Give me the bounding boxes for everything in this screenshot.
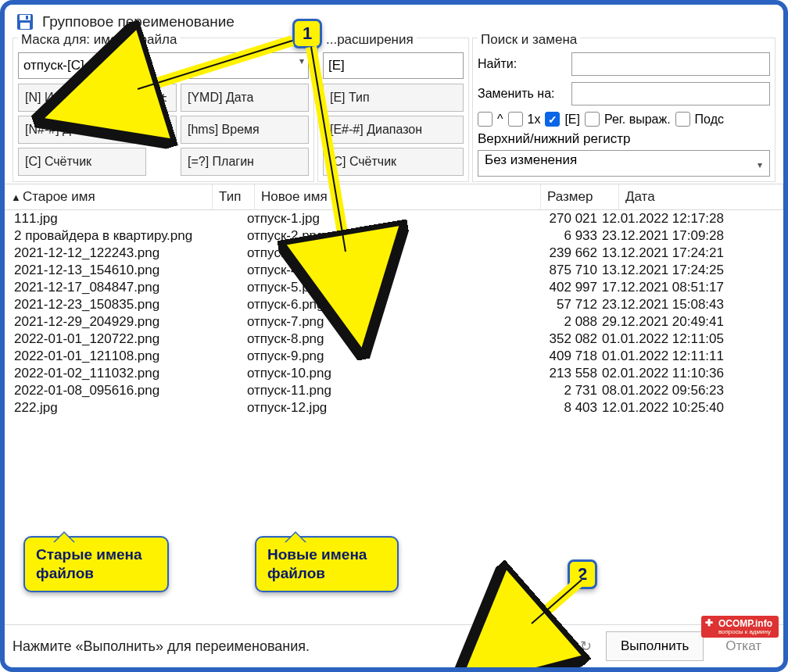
find-input[interactable] xyxy=(571,52,770,76)
cell-new: отпуск-9.png xyxy=(247,349,522,364)
cell-old: 222.jpg xyxy=(11,400,247,416)
table-row[interactable]: 2022-01-01_120722.pngотпуск-8.png352 082… xyxy=(5,331,783,348)
case-select[interactable]: Без изменения xyxy=(478,150,770,177)
cell-new: отпуск-7.png xyxy=(247,314,522,330)
cell-new: отпуск-4.png xyxy=(247,263,522,278)
save-icon xyxy=(16,13,34,31)
cell-date: 23.12.2021 15:08:43 xyxy=(597,297,765,313)
table-row[interactable]: 222.jpgотпуск-12.jpg8 40312.01.2022 10:2… xyxy=(5,399,783,416)
table-row[interactable]: 2021-12-13_154610.pngотпуск-4.png875 710… xyxy=(5,262,783,279)
chk-1x[interactable] xyxy=(508,112,523,127)
callout-old-names: Старые имена файлов xyxy=(23,536,169,592)
watermark: OCOMP.info вопросы к админу xyxy=(701,616,779,638)
cell-old: 111.jpg xyxy=(11,211,247,227)
cell-new: отпуск-3.png xyxy=(247,245,522,261)
cell-old: 2022-01-01_120722.png xyxy=(11,331,247,347)
cell-size: 8 403 xyxy=(522,400,597,416)
svg-rect-1 xyxy=(20,15,30,20)
cell-old: 2 провайдера в квартиру.png xyxy=(11,228,247,244)
arrow-icon xyxy=(521,575,599,638)
cell-old: 2022-01-02_111032.png xyxy=(11,366,247,381)
search-replace-group: Поиск и замена Найти: Заменить на: ^ 1x … xyxy=(472,38,775,182)
header-size[interactable]: Размер xyxy=(541,184,619,209)
btn-c-counter[interactable]: [C] Счётчик xyxy=(18,148,146,176)
cell-new: отпуск-6.png xyxy=(247,297,522,313)
table-row[interactable]: 2021-12-12_122243.pngотпуск-3.png239 662… xyxy=(5,245,783,262)
cell-date: 02.01.2022 11:10:36 xyxy=(597,366,765,381)
cell-date: 12.01.2022 12:17:28 xyxy=(597,211,765,227)
btn-plugin[interactable]: [=?] Плагин xyxy=(181,148,309,176)
cell-date: 13.12.2021 17:24:21 xyxy=(597,245,765,261)
cell-old: 2021-12-13_154610.png xyxy=(11,263,247,278)
btn-hms-time[interactable]: [hms] Время xyxy=(181,116,309,144)
table-row[interactable]: 2022-01-08_095616.pngотпуск-11.png2 7310… xyxy=(5,382,783,399)
chk-regex[interactable] xyxy=(585,112,600,127)
btn-n-range[interactable]: [N#-#] Диапазон xyxy=(18,116,146,144)
cell-size: 2 088 xyxy=(522,314,597,330)
cell-new: отпуск-10.png xyxy=(247,366,522,381)
titlebar: Групповое переименование xyxy=(5,5,783,36)
table-row[interactable]: 2021-12-17_084847.pngотпуск-5.png402 997… xyxy=(5,279,783,296)
sort-asc-icon: ▲ xyxy=(11,191,21,203)
header-old-name[interactable]: ▲Старое имя xyxy=(5,184,213,209)
cell-size: 270 021 xyxy=(522,211,597,227)
header-type[interactable]: Тип xyxy=(213,184,255,209)
cell-old: 2022-01-08_095616.png xyxy=(11,383,247,399)
table-row[interactable]: 2021-12-29_204929.pngотпуск-7.png2 08829… xyxy=(5,313,783,331)
cell-new: отпуск-8.png xyxy=(247,331,522,347)
cell-new: отпуск-5.png xyxy=(247,280,522,295)
replace-label: Заменить на: xyxy=(478,87,565,101)
svg-rect-3 xyxy=(26,16,28,20)
cell-date: 01.01.2022 12:11:05 xyxy=(597,331,765,347)
cell-date: 23.12.2021 17:09:28 xyxy=(597,228,765,244)
chk-caret[interactable] xyxy=(478,112,492,127)
cell-new: отпуск-1.jpg xyxy=(247,211,522,227)
cell-size: 402 997 xyxy=(522,280,597,295)
chk-subst[interactable] xyxy=(675,112,690,127)
svg-rect-2 xyxy=(20,23,30,29)
chk-e[interactable]: ✓ xyxy=(545,112,560,127)
btn-hash[interactable]: # xyxy=(150,116,177,144)
cell-old: 2021-12-12_122243.png xyxy=(11,245,247,261)
arrow-icon xyxy=(122,33,302,103)
search-legend: Поиск и замена xyxy=(478,32,580,48)
cell-size: 2 731 xyxy=(522,383,597,399)
chevron-down-icon[interactable]: ▾ xyxy=(758,159,762,170)
cell-new: отпуск-2.png xyxy=(247,228,522,244)
status-message: Нажмите «Выполнить» для переименования. xyxy=(13,638,566,655)
run-button[interactable]: Выполнить xyxy=(606,631,704,661)
cell-old: 2021-12-29_204929.png xyxy=(11,314,247,330)
cell-size: 875 710 xyxy=(522,263,597,278)
table-row[interactable]: 2022-01-01_121108.pngотпуск-9.png409 718… xyxy=(5,348,783,365)
cell-size: 239 662 xyxy=(522,245,597,261)
cell-date: 08.01.2022 09:56:23 xyxy=(597,383,765,399)
cell-old: 2022-01-01_121108.png xyxy=(11,349,247,364)
table-row[interactable]: 2 провайдера в квартиру.pngотпуск-2.png6… xyxy=(5,227,783,245)
cell-date: 13.12.2021 17:24:25 xyxy=(597,263,765,278)
table-row[interactable]: 2022-01-02_111032.pngотпуск-10.png213 55… xyxy=(5,365,783,382)
cell-old: 2021-12-17_084847.png xyxy=(11,280,247,295)
cell-size: 57 712 xyxy=(522,297,597,313)
header-date[interactable]: Дата xyxy=(619,184,783,209)
cell-old: 2021-12-23_150835.png xyxy=(11,297,247,313)
cell-size: 213 558 xyxy=(522,366,597,381)
status-bar: Нажмите «Выполнить» для переименования. … xyxy=(5,624,783,667)
find-label: Найти: xyxy=(478,57,565,71)
cell-date: 12.01.2022 10:25:40 xyxy=(597,400,765,416)
reload-icon[interactable]: ↻ xyxy=(574,634,598,658)
cell-date: 01.01.2022 12:11:11 xyxy=(597,349,765,364)
cell-new: отпуск-11.png xyxy=(247,383,522,399)
callout-new-names: Новые имена файлов xyxy=(255,536,399,592)
arrow-icon xyxy=(302,44,364,263)
header-new-name[interactable]: Новое имя xyxy=(255,184,541,209)
cell-date: 17.12.2021 08:51:17 xyxy=(597,280,765,295)
replace-input[interactable] xyxy=(571,82,770,105)
cell-size: 409 718 xyxy=(522,349,597,364)
cell-size: 352 082 xyxy=(522,331,597,347)
cell-size: 6 933 xyxy=(522,228,597,244)
table-header: ▲Старое имя Тип Новое имя Размер Дата xyxy=(5,184,783,210)
cell-date: 29.12.2021 20:49:41 xyxy=(597,314,765,330)
table-row[interactable]: 2021-12-23_150835.pngотпуск-6.png57 7122… xyxy=(5,296,783,313)
table-row[interactable]: 111.jpgотпуск-1.jpg270 02112.01.2022 12:… xyxy=(5,210,783,227)
window-title: Групповое переименование xyxy=(42,13,235,30)
